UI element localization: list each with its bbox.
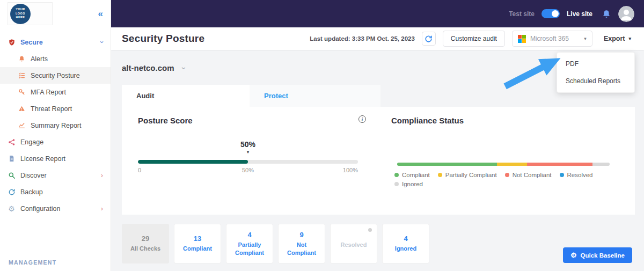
- document-icon: [8, 155, 16, 162]
- posture-score-value: 50%: [240, 140, 255, 149]
- tab-bar: Audit Protect: [122, 85, 380, 107]
- share-nodes-icon: [8, 138, 16, 146]
- export-button[interactable]: Export ▾: [599, 35, 635, 42]
- sidebar-nav: Secure › Alerts Security Posture MFA Rep…: [0, 27, 111, 217]
- sidebar-item-alerts[interactable]: Alerts: [0, 50, 111, 67]
- chevron-right-icon: ›: [101, 205, 103, 212]
- stat-card-ignored[interactable]: 4 Ignored: [382, 224, 429, 263]
- logo-badge: YOUR LOGO HERE: [10, 4, 31, 24]
- stat-value: 13: [194, 235, 201, 243]
- sidebar-item-label: Secure: [20, 39, 43, 46]
- notifications-bell-icon[interactable]: [602, 9, 611, 19]
- chevron-down-icon: ▾: [584, 36, 587, 41]
- posture-card: Posture Score Compliance Status 50% ▾ 0 …: [122, 107, 635, 215]
- compliance-status-title: Compliance Status: [391, 116, 464, 125]
- legend-item: Ignored: [394, 181, 423, 187]
- page-header: Security Posture Last updated: 3:33 PM O…: [111, 27, 644, 50]
- magnifier-icon: [8, 172, 16, 179]
- sidebar-item-summary-report[interactable]: Summary Report: [0, 117, 111, 134]
- domain-selector[interactable]: alt-netco.com ›: [122, 63, 185, 72]
- sidebar-item-label: Security Posture: [31, 72, 80, 79]
- sidebar-item-mfa-report[interactable]: MFA Report: [0, 84, 111, 100]
- legend-label: Ignored: [402, 181, 423, 187]
- chevron-down-icon: ▾: [628, 36, 631, 41]
- chart-line-icon: [18, 122, 26, 129]
- posture-fill: [138, 160, 248, 164]
- export-menu-item-scheduled-reports[interactable]: Scheduled Reports: [557, 72, 634, 90]
- stat-value: 4: [404, 235, 407, 243]
- toggle-knob: [552, 10, 559, 17]
- stat-card-resolved[interactable]: Resolved: [330, 224, 377, 263]
- checklist-icon: [18, 72, 26, 79]
- site-toggle[interactable]: [541, 9, 560, 18]
- compliance-segment: [527, 163, 593, 166]
- sidebar-item-security-posture[interactable]: Security Posture: [0, 67, 111, 84]
- sidebar-item-label: Engage: [20, 138, 43, 146]
- sidebar-item-backup[interactable]: Backup: [0, 184, 111, 200]
- stat-label: Compliant: [183, 245, 212, 252]
- tenant-selector[interactable]: Microsoft 365 ▾: [512, 31, 592, 47]
- chevron-right-icon: ›: [101, 172, 103, 179]
- backup-sync-icon: [8, 188, 16, 196]
- bell-icon: [18, 55, 26, 62]
- export-menu-item-pdf[interactable]: PDF: [557, 55, 634, 72]
- sidebar-item-label: Summary Report: [31, 122, 81, 129]
- stat-label: Not Compliant: [282, 241, 321, 257]
- chevron-down-icon: ›: [98, 41, 105, 43]
- legend-dot: [394, 173, 399, 177]
- score-marker-icon: ▾: [247, 150, 249, 155]
- sidebar-item-discover[interactable]: Discover ›: [0, 167, 111, 184]
- stat-value: 4: [247, 231, 251, 239]
- logo: YOUR LOGO HERE: [8, 2, 53, 25]
- sidebar-item-secure[interactable]: Secure ›: [0, 34, 111, 50]
- compliance-segment: [592, 163, 610, 166]
- quick-baseline-button[interactable]: ⚙ Quick Baseline: [563, 247, 632, 263]
- sidebar-item-label: Configuration: [20, 205, 60, 213]
- live-site-label: Live site: [567, 10, 592, 18]
- sidebar-item-label: MFA Report: [31, 89, 66, 96]
- legend-item: Compliant: [394, 172, 430, 178]
- tab-audit[interactable]: Audit: [122, 85, 250, 107]
- gear-icon: ⚙: [8, 205, 16, 213]
- topbar: Test site Live site: [111, 0, 644, 27]
- stat-value: 29: [142, 235, 149, 243]
- legend-dot: [560, 173, 564, 177]
- quick-baseline-label: Quick Baseline: [581, 252, 625, 259]
- key-icon: [18, 89, 26, 96]
- stat-label: All Checks: [130, 245, 160, 252]
- domain-selector-value: alt-netco.com: [122, 63, 174, 72]
- scale-mid-label: 50%: [242, 167, 254, 173]
- sidebar-item-label: Discover: [20, 172, 47, 179]
- stat-card-not-compliant[interactable]: 9 Not Compliant: [278, 224, 325, 263]
- posture-progress-bar: [138, 160, 358, 164]
- sidebar-item-engage[interactable]: Engage: [0, 134, 111, 150]
- last-updated-text: Last updated: 3:33 PM Oct. 25, 2023: [310, 35, 415, 42]
- sidebar-item-threat-report[interactable]: Threat Report: [0, 100, 111, 117]
- stat-value: 9: [299, 231, 303, 239]
- dot-badge-icon: [368, 228, 372, 232]
- tab-protect[interactable]: Protect: [250, 85, 380, 107]
- legend-item: Partially Compliant: [438, 172, 497, 178]
- sidebar-item-configuration[interactable]: ⚙ Configuration ›: [0, 200, 111, 217]
- export-dropdown-menu: PDF Scheduled Reports: [557, 52, 635, 93]
- legend-label: Compliant: [402, 172, 430, 178]
- microsoft-logo-icon: [518, 35, 526, 43]
- compliance-segment: [397, 163, 497, 166]
- stat-label: Partially Compliant: [230, 241, 269, 257]
- legend-label: Partially Compliant: [445, 172, 497, 178]
- info-icon[interactable]: [358, 115, 366, 123]
- user-avatar[interactable]: [618, 6, 634, 22]
- gear-icon: ⚙: [570, 252, 577, 259]
- customize-audit-button[interactable]: Customize audit: [443, 31, 505, 47]
- compliance-segment: [497, 163, 526, 166]
- stat-card-all-checks[interactable]: 29 All Checks: [122, 224, 169, 263]
- stat-card-row: 29 All Checks 13 Compliant 4 Partially C…: [122, 224, 429, 263]
- refresh-button[interactable]: [422, 32, 436, 46]
- sidebar-item-label: Backup: [20, 188, 43, 196]
- sidebar-collapse-icon[interactable]: «: [98, 9, 103, 19]
- compliance-bar: [397, 163, 610, 166]
- stat-card-partially-compliant[interactable]: 4 Partially Compliant: [226, 224, 273, 263]
- sidebar: YOUR LOGO HERE « Secure › Alerts Securit…: [0, 0, 111, 271]
- sidebar-item-license-report[interactable]: License Report: [0, 150, 111, 167]
- stat-card-compliant[interactable]: 13 Compliant: [174, 224, 221, 263]
